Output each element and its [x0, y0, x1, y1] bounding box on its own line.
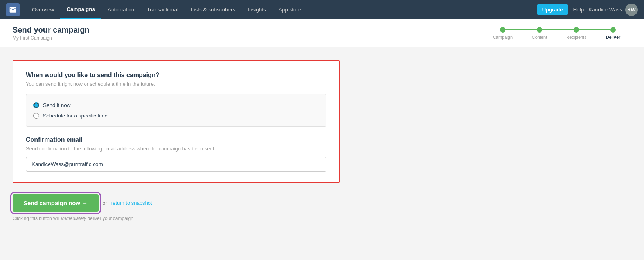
when-title: When would you like to send this campaig… [26, 72, 326, 79]
breadcrumb: My First Campaign [13, 35, 90, 41]
stepper-line-1 [505, 29, 537, 30]
stepper-line-3 [579, 29, 610, 30]
stepper-label-recipients: Recipients [558, 35, 595, 40]
action-note: Clicking this button will immediately de… [13, 216, 340, 221]
user-menu[interactable]: Kandice Wass KW [588, 4, 638, 16]
stepper-line-2 [542, 29, 574, 30]
actions-row: Send campaign now → or return to snapsho… [13, 194, 340, 212]
schedule-radio[interactable] [33, 113, 39, 119]
stepper-track [500, 27, 616, 32]
send-campaign-button[interactable]: Send campaign now → [13, 194, 99, 212]
page-header: Send your campaign My First Campaign Cam… [0, 19, 644, 47]
note-italic: immediately [61, 216, 86, 221]
stepper-label-content: Content [521, 35, 558, 40]
nav-link-automation[interactable]: Automation [101, 0, 140, 19]
note-prefix: Clicking this button will [13, 216, 61, 221]
return-to-snapshot-link[interactable]: return to snapshot [111, 200, 152, 206]
note-suffix: deliver your campaign [86, 216, 133, 221]
send-now-radio[interactable] [33, 102, 39, 108]
stepper-dot-4 [610, 27, 616, 32]
user-name: Kandice Wass [588, 7, 622, 13]
nav-link-overview[interactable]: Overview [26, 0, 60, 19]
stepper-dot-3 [574, 27, 579, 32]
upgrade-button[interactable]: Upgrade [537, 4, 568, 15]
page-title: Send your campaign [13, 25, 90, 34]
nav-link-lists[interactable]: Lists & subscribers [185, 0, 241, 19]
conf-desc: Send confirmation to the following email… [26, 146, 326, 152]
schedule-label: Schedule for a specific time [43, 113, 108, 119]
nav-link-insights[interactable]: Insights [241, 0, 272, 19]
send-card: When would you like to send this campaig… [13, 60, 340, 183]
stepper-label-deliver: Deliver [595, 35, 631, 40]
when-desc: You can send it right now or schedule a … [26, 81, 326, 87]
send-now-label: Send it now [43, 102, 71, 108]
stepper-dot-2 [537, 27, 542, 32]
main-content: When would you like to send this campaig… [0, 47, 352, 234]
stepper-labels: Campaign Content Recipients Deliver [484, 35, 631, 40]
stepper-label-campaign: Campaign [484, 35, 521, 40]
logo [6, 3, 20, 16]
nav-link-campaigns[interactable]: Campaigns [60, 0, 101, 19]
nav-link-appstore[interactable]: App store [272, 0, 308, 19]
conf-title: Confirmation email [26, 136, 326, 143]
actions-or: or [103, 200, 107, 206]
send-time-radio-group: Send it now Schedule for a specific time [26, 94, 326, 127]
stepper-dot-1 [500, 27, 505, 32]
confirmation-email-input[interactable] [26, 157, 326, 172]
nav-link-transactional[interactable]: Transactional [140, 0, 185, 19]
nav-links: Overview Campaigns Automation Transactio… [26, 0, 537, 19]
navbar: Overview Campaigns Automation Transactio… [0, 0, 644, 19]
stepper: Campaign Content Recipients Deliver [484, 27, 631, 40]
schedule-option[interactable]: Schedule for a specific time [33, 110, 319, 121]
page-header-left: Send your campaign My First Campaign [13, 25, 90, 41]
nav-right: Upgrade Help Kandice Wass KW [537, 4, 638, 16]
help-link[interactable]: Help [573, 7, 584, 13]
avatar: KW [625, 4, 638, 16]
send-now-option[interactable]: Send it now [33, 100, 319, 110]
